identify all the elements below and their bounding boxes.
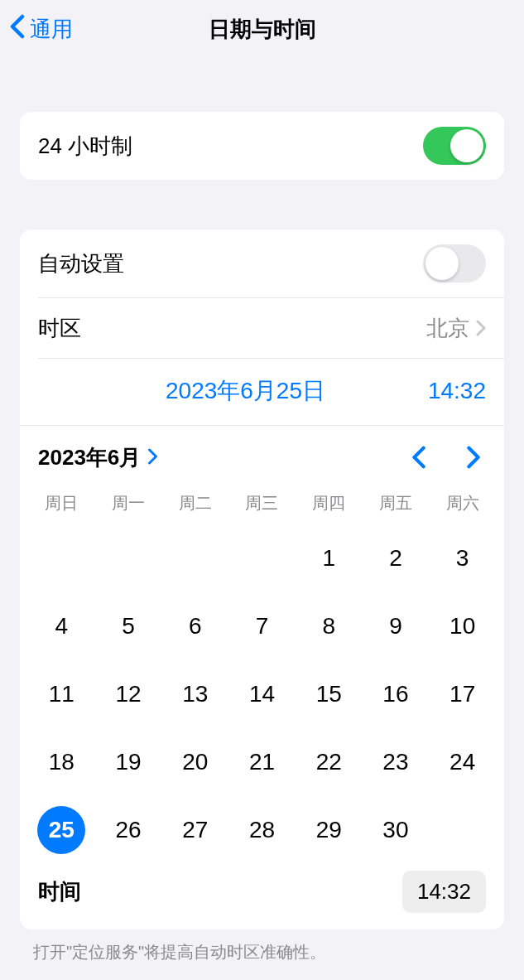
label-auto-set: 自动设置 xyxy=(38,249,124,278)
day-cell: 1 xyxy=(296,524,363,592)
day-30[interactable]: 30 xyxy=(372,806,420,854)
day-16[interactable]: 16 xyxy=(372,670,420,718)
day-12[interactable]: 12 xyxy=(104,670,152,718)
day-15[interactable]: 15 xyxy=(305,670,353,718)
weekday-label: 周三 xyxy=(228,485,296,524)
row-auto-set: 自动设置 xyxy=(20,229,504,297)
day-27[interactable]: 27 xyxy=(171,806,219,854)
row-24hour: 24 小时制 xyxy=(20,112,504,180)
day-cell: 9 xyxy=(363,592,430,660)
next-month-button[interactable] xyxy=(461,441,486,474)
weekday-label: 周六 xyxy=(429,485,496,524)
day-cell: 5 xyxy=(95,592,162,660)
weekday-label: 周二 xyxy=(161,485,228,524)
day-cell-empty xyxy=(161,524,228,592)
day-18[interactable]: 18 xyxy=(37,738,85,786)
day-cell: 20 xyxy=(161,728,228,796)
day-13[interactable]: 13 xyxy=(171,670,219,718)
day-cell: 10 xyxy=(429,592,496,660)
day-23[interactable]: 23 xyxy=(372,738,420,786)
day-25[interactable]: 25 xyxy=(37,806,85,854)
day-9[interactable]: 9 xyxy=(372,602,420,650)
day-cell: 22 xyxy=(296,728,363,796)
day-cell: 28 xyxy=(228,796,296,864)
day-cell: 12 xyxy=(95,660,162,728)
day-20[interactable]: 20 xyxy=(171,738,219,786)
day-cell: 6 xyxy=(161,592,228,660)
switch-24hour[interactable] xyxy=(423,127,486,165)
day-14[interactable]: 14 xyxy=(238,670,286,718)
day-10[interactable]: 10 xyxy=(439,602,487,650)
day-1[interactable]: 1 xyxy=(305,534,353,582)
day-cell: 24 xyxy=(429,728,496,796)
day-cell: 16 xyxy=(363,660,430,728)
day-cell-empty xyxy=(228,524,296,592)
day-cell: 8 xyxy=(296,592,363,660)
day-cell: 2 xyxy=(363,524,430,592)
label-24hour: 24 小时制 xyxy=(38,132,132,161)
day-7[interactable]: 7 xyxy=(238,602,286,650)
page-title: 日期与时间 xyxy=(0,15,524,44)
day-24[interactable]: 24 xyxy=(439,738,487,786)
time-picker[interactable]: 14:32 xyxy=(402,871,486,913)
day-cell: 21 xyxy=(228,728,296,796)
day-cell: 30 xyxy=(363,796,430,864)
weekday-label: 周五 xyxy=(363,485,430,524)
row-timezone[interactable]: 时区 北京 xyxy=(20,298,504,358)
group-24hour: 24 小时制 xyxy=(20,112,504,180)
day-21[interactable]: 21 xyxy=(238,738,286,786)
day-17[interactable]: 17 xyxy=(439,670,487,718)
weekday-label: 周一 xyxy=(95,485,162,524)
day-29[interactable]: 29 xyxy=(305,806,353,854)
selected-time[interactable]: 14:32 xyxy=(403,378,486,404)
day-6[interactable]: 6 xyxy=(171,602,219,650)
day-cell: 13 xyxy=(161,660,228,728)
day-cell: 4 xyxy=(28,592,95,660)
weekday-label: 周四 xyxy=(296,485,363,524)
day-cell: 25 xyxy=(28,796,95,864)
day-cell-empty xyxy=(95,524,162,592)
day-22[interactable]: 22 xyxy=(305,738,353,786)
switch-auto-set[interactable] xyxy=(423,244,486,282)
label-timezone: 时区 xyxy=(38,314,81,343)
day-8[interactable]: 8 xyxy=(305,602,353,650)
month-label: 2023年6月 xyxy=(38,443,141,472)
day-cell: 29 xyxy=(296,796,363,864)
day-19[interactable]: 19 xyxy=(104,738,152,786)
day-cell: 7 xyxy=(228,592,296,660)
day-cell: 26 xyxy=(95,796,162,864)
day-cell: 19 xyxy=(95,728,162,796)
day-cell: 14 xyxy=(228,660,296,728)
back-button[interactable]: 通用 xyxy=(10,14,73,45)
day-cell: 3 xyxy=(429,524,496,592)
day-cell: 23 xyxy=(363,728,430,796)
back-label: 通用 xyxy=(30,15,73,44)
selected-date[interactable]: 2023年6月25日 xyxy=(88,375,403,407)
chevron-right-icon xyxy=(476,320,486,336)
chevron-right-icon xyxy=(147,445,158,471)
day-cell: 17 xyxy=(429,660,496,728)
day-cell: 11 xyxy=(28,660,95,728)
month-picker[interactable]: 2023年6月 xyxy=(38,443,158,472)
prev-month-button[interactable] xyxy=(406,441,431,474)
day-cell: 18 xyxy=(28,728,95,796)
chevron-left-icon xyxy=(10,14,30,45)
day-4[interactable]: 4 xyxy=(37,602,85,650)
weekday-label: 周日 xyxy=(28,485,95,524)
day-5[interactable]: 5 xyxy=(104,602,152,650)
row-selected-datetime: 2023年6月25日 14:32 xyxy=(20,359,504,425)
timezone-value: 北京 xyxy=(426,314,469,343)
day-cell: 27 xyxy=(161,796,228,864)
day-11[interactable]: 11 xyxy=(37,670,85,718)
time-label: 时间 xyxy=(38,877,81,906)
day-cell-empty xyxy=(28,524,95,592)
day-28[interactable]: 28 xyxy=(238,806,286,854)
group-datetime: 自动设置 时区 北京 2023年6月25日 14:32 2023年6月 xyxy=(20,229,504,929)
day-2[interactable]: 2 xyxy=(372,534,420,582)
day-cell: 15 xyxy=(296,660,363,728)
day-3[interactable]: 3 xyxy=(439,534,487,582)
day-26[interactable]: 26 xyxy=(104,806,152,854)
footer-note: 打开"定位服务"将提高自动时区准确性。 xyxy=(0,929,524,963)
